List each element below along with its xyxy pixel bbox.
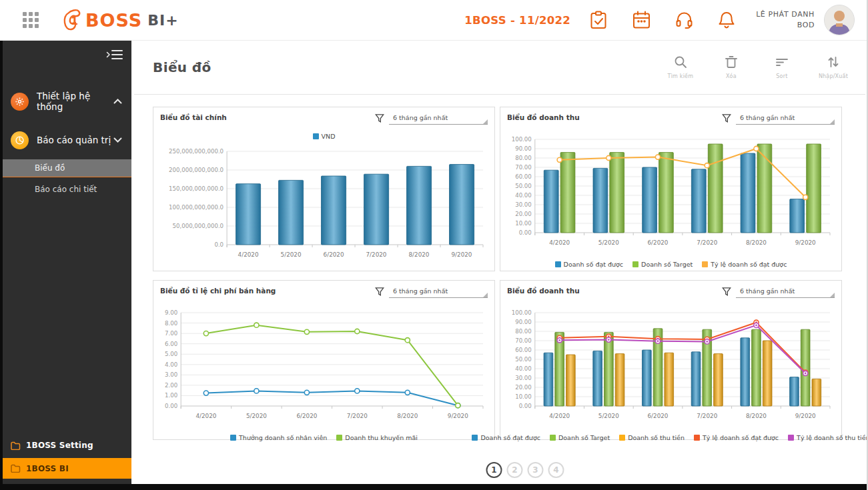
legend-item: Tỷ lệ doanh số đạt được	[694, 434, 779, 441]
page-button-1[interactable]: 1	[486, 462, 502, 478]
delete-button[interactable]: Xóa	[717, 55, 745, 79]
svg-text:7/2020: 7/2020	[347, 413, 368, 419]
search-button[interactable]: Tìm kiếm	[667, 55, 695, 79]
footer-item-label: 1BOSS Setting	[26, 441, 93, 450]
chart-filter[interactable]: 6 tháng gần nhất	[375, 113, 488, 125]
svg-text:150,000,000,000.0: 150,000,000,000.0	[169, 185, 224, 192]
chart-area: 0.001.002.003.004.005.006.007.008.009.00…	[153, 303, 494, 443]
legend-item: Doanh số thu tiền	[619, 434, 685, 441]
legend-item: Tỷ lệ doanh số thu tiền	[788, 434, 868, 441]
chart-filter[interactable]: 6 tháng gần nhất	[722, 287, 835, 298]
chart-title: Biểu đồ tỉ lệ chi phí bán hàng	[160, 287, 276, 295]
calendar-icon[interactable]	[632, 11, 650, 29]
svg-text:100,000,000,000.0: 100,000,000,000.0	[169, 204, 224, 211]
import-export-icon	[827, 55, 840, 69]
sidebar-subitem-charts[interactable]: Biểu đồ	[3, 159, 131, 177]
filter-dropdown[interactable]: 6 tháng gần nhất	[736, 287, 835, 298]
chart-panel-sales-cost-ratio: Biểu đồ tỉ lệ chi phí bán hàng 6 tháng g…	[153, 280, 495, 440]
page-header: Biểu đồ Tìm kiếm Xóa	[134, 41, 865, 95]
user-name: LÊ PHÁT DANH	[756, 9, 815, 20]
svg-text:4/2020: 4/2020	[549, 239, 570, 246]
svg-text:1.00: 1.00	[165, 392, 177, 399]
page-button-4[interactable]: 4	[548, 462, 564, 478]
svg-text:6/2020: 6/2020	[296, 413, 317, 419]
chevron-down-icon	[113, 137, 122, 143]
sort-button[interactable]: Sort	[768, 55, 796, 79]
tool-label: Nhập/Xuất	[819, 73, 848, 79]
svg-text:50.00: 50.00	[515, 356, 532, 363]
svg-text:8/2020: 8/2020	[746, 239, 767, 246]
svg-text:9/2020: 9/2020	[448, 413, 468, 419]
funnel-icon	[375, 113, 384, 123]
svg-text:20.00: 20.00	[515, 211, 532, 217]
import-export-button[interactable]: Nhập/Xuất	[819, 55, 848, 79]
header-right-cluster: 1BOSS - 11/2022	[464, 5, 855, 35]
svg-text:8/2020: 8/2020	[397, 413, 418, 419]
top-header: 1 BOSS BI+ 1BOSS - 11/2022	[0, 0, 867, 41]
svg-text:7.00: 7.00	[165, 330, 177, 337]
svg-text:30.00: 30.00	[515, 375, 532, 381]
svg-text:5/2020: 5/2020	[281, 251, 302, 258]
svg-text:20.00: 20.00	[515, 384, 532, 391]
legend-item: Doanh số Target	[550, 434, 610, 441]
user-info[interactable]: LÊ PHÁT DANH BOD	[756, 9, 815, 31]
svg-text:30.00: 30.00	[515, 201, 532, 208]
legend-item: Doanh thu khuyến mãi	[336, 434, 418, 441]
user-avatar[interactable]	[824, 5, 855, 35]
svg-text:9/2020: 9/2020	[795, 239, 816, 246]
funnel-icon	[722, 287, 731, 297]
legend-item: Tỷ lệ doanh số đạt được	[702, 261, 787, 268]
filter-dropdown[interactable]: 6 tháng gần nhất	[736, 113, 835, 125]
app-launcher-grid-icon[interactable]	[23, 12, 39, 28]
gear-icon	[11, 93, 29, 111]
svg-text:6/2020: 6/2020	[648, 413, 669, 419]
sidebar-item-management-reports[interactable]: Báo cáo quản trị	[3, 125, 131, 155]
chart-filter[interactable]: 6 tháng gần nhất	[722, 113, 835, 125]
logo-suffix-text: BI+	[147, 12, 178, 29]
chart-legend: Thưởng doanh số nhân viênDoanh thu khuyế…	[159, 431, 489, 443]
trash-icon	[725, 55, 737, 69]
svg-text:9/2020: 9/2020	[795, 413, 816, 419]
chart-plot: 0.050,000,000,000.0100,000,000,000.0150,…	[159, 142, 488, 267]
sidebar-item-label: Thiết lập hệ thống	[37, 91, 113, 112]
legend-item: Doanh số Target	[632, 261, 693, 268]
notifications-bell-icon[interactable]	[717, 11, 736, 29]
svg-text:4/2020: 4/2020	[195, 413, 216, 419]
app-window: 1 BOSS BI+ 1BOSS - 11/2022	[0, 0, 868, 490]
support-headset-icon[interactable]	[675, 11, 693, 29]
svg-text:2.00: 2.00	[165, 382, 177, 389]
chart-filter[interactable]: 6 tháng gần nhất	[375, 287, 488, 298]
svg-text:7/2020: 7/2020	[697, 413, 717, 419]
pagination: 1 2 3 4	[486, 462, 564, 478]
page-button-3[interactable]: 3	[528, 462, 544, 478]
sidebar-footer-1boss-setting[interactable]: 1BOSS Setting	[3, 437, 131, 454]
svg-text:80.00: 80.00	[515, 155, 532, 161]
svg-text:90.00: 90.00	[515, 145, 532, 152]
filter-dropdown[interactable]: 6 tháng gần nhất	[389, 113, 488, 125]
company-period-label[interactable]: 1BOSS - 11/2022	[464, 14, 570, 27]
subitem-label: Biểu đồ	[35, 163, 65, 173]
page-button-2[interactable]: 2	[507, 462, 523, 478]
svg-text:40.00: 40.00	[515, 192, 532, 199]
tasks-icon[interactable]	[589, 11, 608, 29]
svg-text:0.00: 0.00	[519, 403, 532, 409]
chart-plot: 0.001.002.003.004.005.006.007.008.009.00…	[159, 303, 488, 429]
svg-text:4/2020: 4/2020	[549, 413, 570, 419]
sidebar-footer-1boss-bi[interactable]: 1BOSS BI	[3, 458, 131, 479]
footer-item-label: 1BOSS BI	[26, 464, 69, 473]
svg-text:5/2020: 5/2020	[598, 413, 619, 419]
svg-text:7/2020: 7/2020	[697, 239, 717, 246]
svg-text:60.00: 60.00	[515, 347, 532, 353]
subitem-label: Báo cáo chi tiết	[35, 185, 97, 194]
svg-text:250,000,000,000.0: 250,000,000,000.0	[169, 148, 224, 155]
sidebar-item-system-setup[interactable]: Thiết lập hệ thống	[3, 86, 131, 117]
svg-text:6/2020: 6/2020	[648, 239, 669, 246]
svg-text:6/2020: 6/2020	[324, 251, 344, 258]
filter-dropdown[interactable]: 6 tháng gần nhất	[389, 287, 488, 298]
svg-text:4/2020: 4/2020	[238, 251, 259, 258]
sidebar-collapse-icon[interactable]	[106, 49, 123, 63]
sort-icon	[775, 55, 789, 69]
sidebar-subitem-detailed-reports[interactable]: Báo cáo chi tiết	[3, 180, 131, 198]
chart-area: VND0.050,000,000,000.0100,000,000,000.01…	[153, 130, 494, 270]
svg-text:50,000,000,000.0: 50,000,000,000.0	[173, 223, 224, 229]
